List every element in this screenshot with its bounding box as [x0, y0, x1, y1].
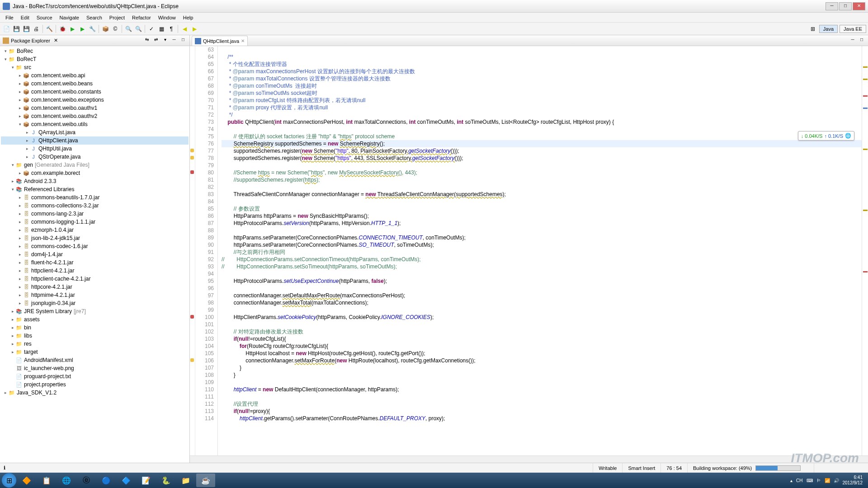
tree-item[interactable]: ▾📁BoRec	[1, 47, 189, 55]
view-close-icon[interactable]: ✕	[54, 38, 58, 43]
taskbar-ie[interactable]: ⓔ	[77, 474, 96, 487]
save-all-button[interactable]: 💾	[22, 24, 31, 33]
tree-item[interactable]: ▸JQHttpClient.java	[1, 136, 189, 145]
overview-ruler[interactable]	[862, 46, 868, 455]
tree-item[interactable]: ▸🗄httpclient-cache-4.2.1.jar	[1, 275, 189, 283]
tree-item[interactable]: 📄AndroidManifest.xml	[1, 356, 189, 364]
tree-item[interactable]: ▸📁res	[1, 340, 189, 348]
close-button[interactable]: ✕	[853, 2, 865, 10]
tree-item[interactable]: ▸📁assets	[1, 315, 189, 324]
perspective-javaee[interactable]: Java EE	[840, 25, 866, 33]
start-button[interactable]: ⊞	[2, 473, 16, 488]
tree-item[interactable]: ▸🗄jsonplugin-0.34.jar	[1, 299, 189, 307]
tree-item[interactable]: ▸JQArrayList.java	[1, 128, 189, 136]
editor-minimize-button[interactable]: ─	[849, 37, 856, 44]
tree-item[interactable]: 🖼ic_launcher-web.png	[1, 364, 189, 372]
new-class-button[interactable]: ©	[111, 24, 120, 33]
tray-network-icon[interactable]: 📶	[825, 478, 830, 483]
tray-lang-icon[interactable]: CH	[796, 478, 802, 483]
tree-item[interactable]: ▸📦com.tencent.weibo.oauthv1	[1, 104, 189, 112]
line-gutter[interactable]: 6364656667686970717273747576777879808182…	[195, 46, 218, 455]
tree-item[interactable]: ▸📚Android 2.3.3	[1, 177, 189, 185]
tree-item[interactable]: ▸🗄httpmime-4.2.1.jar	[1, 291, 189, 299]
build-button[interactable]: 🔨	[45, 24, 54, 33]
tree-item[interactable]: ▸📦com.tencent.weibo.oauthv2	[1, 112, 189, 120]
tree-item[interactable]: ▸🗄commons-beanutils-1.7.0.jar	[1, 193, 189, 202]
tree-item[interactable]: ▸🗄ezmorph-1.0.4.jar	[1, 226, 189, 234]
open-type-button[interactable]: 🔍	[124, 24, 133, 33]
tree-item[interactable]: ▾📁src	[1, 63, 189, 71]
taskbar-app-1[interactable]: 🔶	[17, 474, 36, 487]
tree-item[interactable]: ▸🗄json-lib-2.4-jdk15.jar	[1, 234, 189, 242]
menu-help[interactable]: Help	[179, 14, 197, 21]
search-button[interactable]: 🔍	[134, 24, 143, 33]
menu-window[interactable]: Window	[155, 14, 179, 21]
maximize-button[interactable]: □	[839, 2, 852, 10]
tray-show-hidden-icon[interactable]: ▴	[790, 478, 793, 483]
run-button[interactable]: ▶	[68, 24, 77, 33]
perspective-java[interactable]: Java	[819, 25, 838, 33]
tree-item[interactable]: ▸📁bin	[1, 324, 189, 332]
tree-item[interactable]: ▾📚Referenced Libraries	[1, 185, 189, 193]
taskbar-eclipse[interactable]: ☕	[196, 474, 215, 487]
tree-item[interactable]: ▸🗄httpclient-4.2.1.jar	[1, 267, 189, 275]
forward-button[interactable]: ▶	[190, 24, 199, 33]
taskbar-app-4[interactable]: 🔷	[117, 474, 136, 487]
editor-tab[interactable]: QHttpClient.java ✕	[192, 36, 248, 46]
taskbar-notepad[interactable]: 📝	[137, 474, 156, 487]
code-editor[interactable]: 6364656667686970717273747576777879808182…	[190, 46, 868, 455]
tray-keyboard-icon[interactable]: ⌨	[807, 478, 813, 483]
taskbar-app-3[interactable]: 🔵	[97, 474, 116, 487]
tree-item[interactable]: 📄proguard-project.txt	[1, 372, 189, 380]
tree-item[interactable]: 📄project.properties	[1, 380, 189, 389]
show-whitespace-button[interactable]: ¶	[167, 24, 176, 33]
toggle-block-button[interactable]: ▦	[157, 24, 166, 33]
menu-edit[interactable]: Edit	[17, 14, 33, 21]
tree-item[interactable]: ▸📁target	[1, 348, 189, 356]
taskbar-explorer[interactable]: 📁	[176, 474, 195, 487]
minimize-view-button[interactable]: ─	[170, 37, 178, 44]
menu-refactor[interactable]: Refactor	[128, 14, 155, 21]
tree-item[interactable]: ▾📁BoRecT	[1, 55, 189, 63]
tray-volume-icon[interactable]: 🔊	[834, 478, 839, 483]
run-last-button[interactable]: ▶	[78, 24, 87, 33]
tree-item[interactable]: ▸📦com.tencent.weibo.api	[1, 71, 189, 80]
system-clock[interactable]: 6:41 2012/9/12	[843, 475, 863, 486]
open-perspective-button[interactable]: ⊞	[808, 24, 817, 33]
link-editor-button[interactable]: ⇄	[152, 37, 160, 44]
menu-project[interactable]: Project	[106, 14, 128, 21]
minimize-button[interactable]: ─	[826, 2, 838, 10]
network-monitor-widget[interactable]: ↓ 0.04K/S ↑ 0.1K/S 🌐	[798, 131, 854, 141]
taskbar-chrome[interactable]: 🌐	[57, 474, 76, 487]
tree-item[interactable]: ▸📦com.example.borect	[1, 169, 189, 177]
print-button[interactable]: 🖨	[32, 24, 41, 33]
collapse-all-button[interactable]: ⇆	[143, 37, 151, 44]
menu-search[interactable]: Search	[83, 14, 106, 21]
horizontal-scrollbar[interactable]	[190, 455, 868, 463]
tree-item[interactable]: ▸📁Java_SDK_V1.2	[1, 389, 189, 397]
tree-item[interactable]: ▾📁gen[Generated Java Files]	[1, 161, 189, 169]
tree-item[interactable]: ▸📁libs	[1, 332, 189, 340]
tree-item[interactable]: ▸🗄commons-collections-3.2.jar	[1, 202, 189, 210]
toggle-mark-button[interactable]: ✓	[147, 24, 156, 33]
tree-item[interactable]: ▸📚JRE System Library[jre7]	[1, 307, 189, 315]
back-button[interactable]: ◀	[180, 24, 189, 33]
package-tree[interactable]: ▾📁BoRec▾📁BoRecT▾📁src▸📦com.tencent.weibo.…	[0, 46, 189, 463]
tree-item[interactable]: ▸🗄commons-lang-2.3.jar	[1, 210, 189, 218]
menu-source[interactable]: Source	[33, 14, 56, 21]
tree-item[interactable]: ▸📦com.tencent.weibo.exceptions	[1, 96, 189, 104]
tree-item[interactable]: ▸🗄httpcore-4.2.1.jar	[1, 283, 189, 291]
tray-flag-icon[interactable]: 🏳	[816, 478, 821, 483]
tree-item[interactable]: ▸JQHttpUtil.java	[1, 145, 189, 153]
view-menu-button[interactable]: ▾	[161, 37, 169, 44]
tree-item[interactable]: ▸🗄dom4j-1.4.jar	[1, 250, 189, 258]
new-button[interactable]: 📄	[2, 24, 11, 33]
tree-item[interactable]: ▸🗄commons-codec-1.6.jar	[1, 242, 189, 250]
tree-item[interactable]: ▸🗄commons-logging-1.1.1.jar	[1, 218, 189, 226]
menu-file[interactable]: File	[2, 14, 17, 21]
taskbar-app-2[interactable]: 📋	[37, 474, 56, 487]
tree-item[interactable]: ▸🗄fluent-hc-4.2.1.jar	[1, 258, 189, 267]
tree-item[interactable]: ▸JQStrOperate.java	[1, 153, 189, 161]
taskbar-python[interactable]: 🐍	[156, 474, 175, 487]
tree-item[interactable]: ▸📦com.tencent.weibo.constants	[1, 88, 189, 96]
